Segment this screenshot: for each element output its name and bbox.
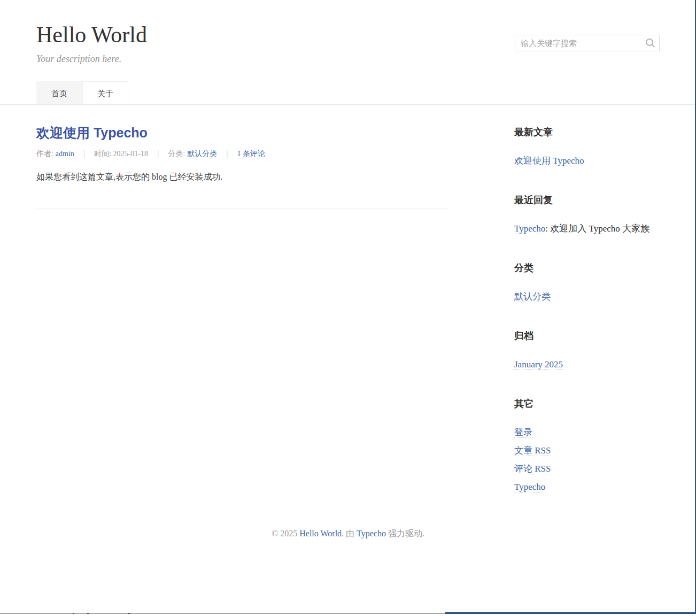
- taskbar-icon-dot: [73, 613, 74, 614]
- comments-rss-link[interactable]: 评论 RSS: [514, 464, 551, 474]
- powered-by-text: . 由: [342, 529, 354, 538]
- widget-misc: 其它 登录 文章 RSS 评论 RSS Typecho: [514, 397, 660, 496]
- post-title-link[interactable]: 欢迎使用 Typecho: [36, 126, 447, 141]
- comment-excerpt: : 欢迎加入 Typecho 大家族: [545, 224, 649, 234]
- recent-post-link[interactable]: 欢迎使用 Typecho: [514, 156, 584, 166]
- page: Hello World Your description here. 首页关于 …: [0, 0, 696, 540]
- archive-link[interactable]: January 2025: [514, 359, 563, 370]
- list-item: 默认分类: [514, 288, 660, 306]
- widget-title: 最新文章: [514, 126, 660, 138]
- list-item: January 2025: [514, 356, 660, 374]
- nav-item-about[interactable]: 关于: [82, 81, 128, 104]
- author-link[interactable]: admin: [56, 150, 74, 158]
- taskbar-icon-dot: [128, 613, 130, 614]
- widget-title: 归档: [514, 329, 660, 342]
- copyright-text: © 2025: [272, 529, 297, 538]
- widget-recent-posts: 最新文章 欢迎使用 Typecho: [514, 126, 660, 170]
- post-meta: 作者: admin | 时间: 2025-01-18 | 分类: 默认分类 | …: [36, 149, 447, 159]
- widget-title: 分类: [514, 261, 660, 274]
- post-divider: [36, 209, 447, 209]
- post-list: 欢迎使用 Typecho 作者: admin | 时间: 2025-01-18 …: [36, 126, 447, 520]
- main-nav: 首页关于: [0, 81, 696, 105]
- list-item: 评论 RSS: [514, 460, 660, 478]
- post-body: 如果您看到这篇文章,表示您的 blog 已经安装成功.: [36, 171, 447, 183]
- site-description: Your description here.: [36, 53, 660, 65]
- list-item: Typecho: [514, 478, 660, 496]
- footer-site-link[interactable]: Hello World: [299, 529, 342, 538]
- posts-rss-link[interactable]: 文章 RSS: [514, 445, 551, 456]
- search-icon[interactable]: [645, 38, 655, 48]
- meta-separator: |: [83, 149, 86, 158]
- comment-author-link[interactable]: Typecho: [514, 224, 545, 234]
- list-item: 登录: [514, 424, 660, 442]
- widget-title: 最近回复: [514, 194, 660, 206]
- meta-separator: |: [157, 149, 159, 158]
- list-item: 欢迎使用 Typecho: [514, 152, 660, 170]
- comments-link[interactable]: 1 条评论: [237, 150, 266, 158]
- powered-by-suffix: 强力驱动.: [388, 529, 424, 538]
- typecho-link[interactable]: Typecho: [514, 482, 545, 492]
- copyright-line: © 2025 Hello World. 由 Typecho 强力驱动.: [0, 528, 696, 540]
- category-link[interactable]: 默认分类: [514, 291, 551, 302]
- widget-categories: 分类 默认分类: [514, 261, 660, 306]
- author-label: 作者:: [36, 149, 53, 158]
- list-item: Typecho: 欢迎加入 Typecho 大家族: [514, 220, 660, 238]
- nav-item-home[interactable]: 首页: [36, 81, 82, 104]
- widget-archives: 归档 January 2025: [514, 329, 660, 374]
- login-link[interactable]: 登录: [514, 427, 532, 438]
- sidebar: 最新文章 欢迎使用 Typecho 最近回复 Typecho: 欢迎加入 Typ…: [514, 126, 660, 520]
- list-item: 文章 RSS: [514, 442, 660, 460]
- widget-title: 其它: [514, 397, 660, 410]
- category-link[interactable]: 默认分类: [187, 150, 217, 158]
- site-header: Hello World Your description here.: [0, 0, 696, 65]
- site-footer: © 2025 Hello World. 由 Typecho 强力驱动.: [0, 528, 696, 540]
- taskbar-top-edge-blue: [445, 612, 696, 614]
- meta-separator: |: [226, 149, 228, 158]
- content-area: 欢迎使用 Typecho 作者: admin | 时间: 2025-01-18 …: [36, 105, 660, 520]
- post-date: 时间: 2025-01-18: [94, 150, 148, 158]
- footer-typecho-link[interactable]: Typecho: [357, 529, 386, 538]
- taskbar-top-edge: [0, 613, 445, 614]
- category-label: 分类:: [168, 149, 185, 158]
- taskbar-icon-dot: [87, 613, 89, 614]
- widget-recent-comments: 最近回复 Typecho: 欢迎加入 Typecho 大家族: [514, 194, 660, 238]
- search-box: [515, 35, 660, 51]
- post: 欢迎使用 Typecho 作者: admin | 时间: 2025-01-18 …: [36, 126, 447, 209]
- search-input[interactable]: [515, 35, 660, 51]
